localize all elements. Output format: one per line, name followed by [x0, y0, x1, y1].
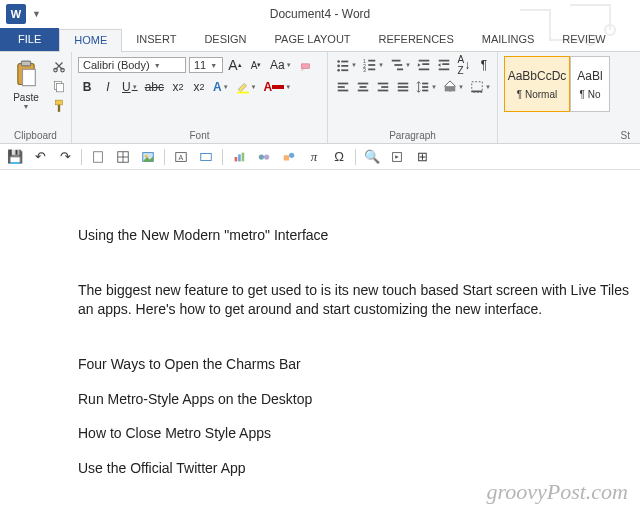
svg-rect-31 [419, 69, 430, 71]
svg-point-5 [54, 68, 58, 72]
tab-mailings[interactable]: MAILINGS [468, 28, 549, 51]
svg-rect-32 [439, 60, 450, 62]
title-bar: W ▼ Document4 - Word [0, 0, 640, 28]
save-button[interactable]: 💾 [6, 148, 24, 166]
svg-rect-35 [338, 83, 349, 85]
svg-rect-38 [358, 83, 369, 85]
increase-indent-button[interactable] [435, 56, 453, 74]
align-left-button[interactable] [334, 78, 352, 96]
picture-button[interactable] [139, 148, 157, 166]
svg-rect-21 [368, 60, 375, 62]
font-size-combo[interactable]: 11▼ [189, 57, 223, 73]
tab-review[interactable]: REVIEW [548, 28, 619, 51]
style-no-spacing[interactable]: AaBl ¶ No [570, 56, 610, 112]
undo-button[interactable]: ↶ [31, 148, 49, 166]
doc-item-3: How to Close Metro Style Apps [78, 424, 640, 443]
hyperlink-button[interactable] [197, 148, 215, 166]
show-marks-button[interactable]: ¶ [475, 56, 493, 74]
doc-item-2: Run Metro-Style Apps on the Desktop [78, 390, 640, 409]
macros-button[interactable] [388, 148, 406, 166]
equation-button[interactable]: π [305, 148, 323, 166]
table-button[interactable] [114, 148, 132, 166]
tab-file[interactable]: FILE [0, 28, 59, 51]
svg-point-14 [337, 60, 340, 63]
separator [222, 149, 223, 165]
svg-rect-40 [358, 90, 369, 92]
tab-insert[interactable]: INSERT [122, 28, 190, 51]
italic-button[interactable]: I [99, 78, 117, 96]
svg-rect-63 [238, 154, 241, 161]
multilevel-list-button[interactable]: ▼ [388, 56, 413, 74]
superscript-button[interactable]: x2 [190, 78, 208, 96]
sort-button[interactable]: AZ↓ [455, 56, 473, 74]
qat-customize-icon[interactable]: ▼ [32, 9, 41, 19]
zoom-button[interactable]: 🔍 [363, 148, 381, 166]
cut-button[interactable] [50, 58, 68, 74]
font-color-button[interactable]: A▼ [262, 78, 294, 96]
svg-rect-39 [360, 86, 367, 88]
bullets-button[interactable]: ▼ [334, 56, 359, 74]
shapes-button[interactable] [280, 148, 298, 166]
doc-item-4: Use the Official Twitter App [78, 459, 640, 478]
word-app-icon: W [6, 4, 26, 24]
highlight-button[interactable]: ▼ [234, 78, 259, 96]
separator [164, 149, 165, 165]
style-normal[interactable]: AaBbCcDc ¶ Normal [504, 56, 570, 112]
svg-rect-3 [21, 61, 30, 66]
svg-rect-44 [398, 83, 409, 85]
more-button[interactable]: ⊞ [413, 148, 431, 166]
symbol-button[interactable]: Ω [330, 148, 348, 166]
new-button[interactable] [89, 148, 107, 166]
tab-design[interactable]: DESIGN [190, 28, 260, 51]
svg-point-18 [337, 69, 340, 72]
svg-point-68 [289, 152, 294, 157]
tab-home[interactable]: HOME [59, 29, 122, 52]
tab-page-layout[interactable]: PAGE LAYOUT [261, 28, 365, 51]
redo-button[interactable]: ↷ [56, 148, 74, 166]
svg-rect-53 [94, 151, 103, 162]
group-styles-label: St [504, 128, 634, 141]
tab-references[interactable]: REFERENCES [365, 28, 468, 51]
bold-button[interactable]: B [78, 78, 96, 96]
copy-button[interactable] [50, 78, 68, 94]
paste-icon [10, 58, 42, 90]
subscript-button[interactable]: x2 [169, 78, 187, 96]
justify-button[interactable] [394, 78, 412, 96]
svg-rect-52 [472, 91, 483, 93]
strikethrough-button[interactable]: abc [143, 78, 166, 96]
svg-rect-67 [284, 155, 289, 160]
decrease-indent-button[interactable] [415, 56, 433, 74]
svg-rect-61 [201, 153, 212, 160]
text-effects-button[interactable]: A▼ [211, 78, 231, 96]
font-name-combo[interactable]: Calibri (Body)▼ [78, 57, 186, 73]
separator [81, 149, 82, 165]
shrink-font-button[interactable]: A▾ [247, 56, 265, 74]
format-painter-button[interactable] [50, 98, 68, 114]
doc-paragraph: The biggest new feature to get used to i… [78, 281, 640, 319]
document-body[interactable]: Using the New Modern "metro" Interface T… [0, 170, 640, 478]
grow-font-button[interactable]: A▴ [226, 56, 244, 74]
doc-item-1: Four Ways to Open the Charms Bar [78, 355, 640, 374]
change-case-button[interactable]: Aa▼ [268, 56, 294, 74]
smartart-button[interactable] [255, 148, 273, 166]
svg-rect-11 [301, 64, 309, 69]
svg-rect-19 [341, 69, 348, 71]
paste-button[interactable]: Paste ▼ [6, 56, 46, 112]
underline-button[interactable]: U▼ [120, 78, 140, 96]
align-center-button[interactable] [354, 78, 372, 96]
textbox-button[interactable]: A [172, 148, 190, 166]
svg-rect-42 [381, 86, 388, 88]
align-right-button[interactable] [374, 78, 392, 96]
borders-button[interactable]: ▼ [468, 78, 493, 96]
numbering-button[interactable]: 123▼ [361, 56, 386, 74]
line-spacing-button[interactable]: ▼ [414, 78, 439, 96]
group-font-label: Font [78, 128, 321, 141]
chart-button[interactable] [230, 148, 248, 166]
svg-rect-8 [57, 84, 64, 92]
svg-rect-47 [422, 83, 428, 85]
shading-button[interactable]: ▼ [441, 78, 466, 96]
svg-rect-26 [392, 60, 401, 62]
clear-formatting-button[interactable] [297, 56, 315, 74]
watermark: groovyPost.com [486, 479, 628, 505]
window-title: Document4 - Word [270, 7, 370, 21]
